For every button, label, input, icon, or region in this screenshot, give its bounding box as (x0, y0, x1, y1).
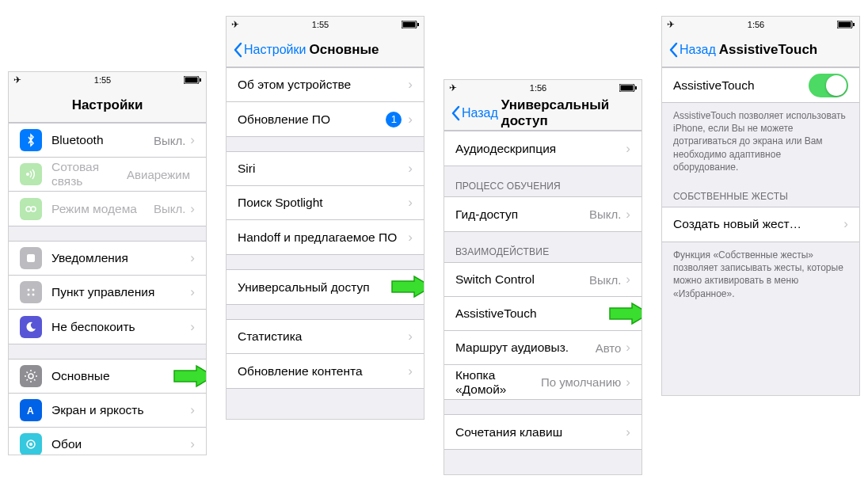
group-header-interaction: ВЗАИМОДЕЙСТВИЕ (444, 232, 641, 262)
chevron-right-icon: › (408, 77, 413, 93)
nav-bar: Настройки (9, 88, 206, 123)
svg-point-7 (28, 289, 30, 291)
airplane-icon: ✈ (231, 19, 239, 30)
row-spotlight[interactable]: Поиск Spotlight › (227, 186, 424, 220)
row-siri[interactable]: Siri › (227, 152, 424, 186)
row-background-refresh[interactable]: Обновление контента › (227, 354, 424, 388)
wallpaper-icon (20, 433, 42, 455)
nav-bar: Настройки Основные (227, 32, 424, 67)
chevron-right-icon: › (190, 368, 195, 384)
nav-title: Настройки (9, 97, 206, 113)
label: Обновление контента (238, 364, 408, 379)
hotspot-icon (20, 198, 42, 220)
row-cellular[interactable]: Сотовая связь Авиарежим (9, 158, 206, 192)
detail: Выкл. (589, 207, 621, 221)
svg-rect-17 (417, 23, 419, 26)
row-assistive-touch[interactable]: AssistiveTouch › (444, 297, 641, 331)
row-display[interactable]: A Экран и яркость › (9, 394, 206, 428)
svg-point-9 (28, 294, 30, 296)
svg-point-14 (29, 443, 32, 446)
nav-bar: Назад AssistiveTouch (662, 32, 859, 67)
chevron-right-icon: › (408, 112, 413, 127)
row-home-button[interactable]: Кнопка «Домой» По умолчанию › (444, 365, 641, 399)
airplane-icon: ✈ (13, 74, 21, 86)
svg-rect-22 (838, 22, 851, 28)
gear-icon (20, 365, 42, 387)
chevron-right-icon: › (190, 319, 195, 335)
row-guided-access[interactable]: Гид-доступ Выкл. › (444, 197, 641, 231)
nav-title: AssistiveTouch (719, 42, 853, 58)
label: Кнопка «Домой» (455, 368, 541, 397)
svg-rect-6 (27, 254, 35, 262)
row-bluetooth[interactable]: Bluetooth Выкл. › (9, 124, 206, 158)
label: Универсальный доступ (238, 280, 408, 295)
svg-rect-19 (620, 86, 633, 91)
group-header-learning: ПРОЦЕСС ОБУЧЕНИЯ (444, 166, 641, 196)
detail: Выкл. (154, 202, 185, 215)
row-about[interactable]: Об этом устройстве › (227, 68, 424, 102)
label: Основные (51, 369, 190, 383)
chevron-right-icon: › (190, 284, 195, 300)
status-time: 1:55 (312, 20, 329, 29)
row-shortcut[interactable]: Сочетания клавиш › (444, 415, 641, 449)
row-software-update[interactable]: Обновление ПО 1 › (227, 102, 424, 136)
chevron-left-icon (668, 42, 678, 58)
row-handoff[interactable]: Handoff и предлагаемое ПО › (227, 220, 424, 254)
chevron-right-icon: › (626, 424, 630, 440)
row-dnd[interactable]: Не беспокоить › (9, 310, 206, 344)
row-audio-route[interactable]: Маршрут аудиовыз. Авто › (444, 331, 641, 365)
nav-back-label: Настройки (244, 43, 306, 57)
nav-back-button[interactable]: Назад (668, 42, 716, 58)
chevron-left-icon (451, 105, 460, 121)
status-time: 1:55 (94, 75, 111, 85)
chevron-right-icon: › (190, 132, 195, 148)
label: Обновление ПО (238, 112, 386, 127)
battery-icon (619, 84, 637, 92)
nav-back-button[interactable]: Настройки (233, 42, 306, 58)
label: Bluetooth (51, 133, 154, 147)
row-assistive-toggle[interactable]: AssistiveTouch (662, 68, 859, 102)
screen-accessibility: ✈ 1:56 Назад Универсальный доступ Аудиод… (444, 79, 642, 475)
row-usage[interactable]: Статистика › (227, 320, 424, 354)
row-accessibility[interactable]: Универсальный доступ › (227, 270, 424, 304)
row-switch-control[interactable]: Switch Control Выкл. › (444, 263, 641, 297)
detail: Авиарежим (127, 168, 190, 181)
svg-rect-20 (635, 86, 637, 89)
svg-rect-23 (853, 23, 855, 26)
bluetooth-icon (20, 129, 42, 151)
row-notifications[interactable]: Уведомления › (9, 242, 206, 276)
update-badge: 1 (386, 112, 402, 127)
chevron-right-icon: › (408, 161, 413, 177)
airplane-icon: ✈ (449, 82, 457, 93)
chevron-right-icon: › (843, 216, 848, 232)
label: Handoff и предлагаемое ПО (238, 230, 408, 245)
dnd-icon (20, 316, 42, 338)
chevron-right-icon: › (408, 363, 413, 379)
screen-settings: ✈ 1:55 Настройки Bluetooth Выкл. › Сотов… (8, 71, 207, 455)
control-center-icon (20, 281, 42, 303)
airplane-icon: ✈ (667, 19, 675, 30)
svg-point-10 (32, 294, 35, 296)
label: Статистика (238, 329, 408, 344)
label: Аудиодескрипция (455, 142, 626, 156)
label: Пункт управления (51, 285, 190, 299)
svg-point-8 (32, 289, 35, 291)
detail: Выкл. (154, 134, 185, 147)
row-general[interactable]: Основные › (9, 360, 206, 394)
label: Siri (238, 162, 408, 176)
nav-back-button[interactable]: Назад (451, 105, 498, 121)
label: Обои (51, 437, 190, 451)
chevron-right-icon: › (626, 340, 630, 356)
row-wallpaper[interactable]: Обои › (9, 428, 206, 455)
row-audio-description[interactable]: Аудиодескрипция › (444, 131, 641, 166)
toggle-switch[interactable] (809, 74, 848, 97)
svg-point-3 (26, 173, 29, 176)
label: Switch Control (455, 272, 589, 287)
row-control-center[interactable]: Пункт управления › (9, 276, 206, 310)
row-hotspot[interactable]: Режим модема Выкл. › (9, 192, 206, 226)
chevron-right-icon: › (626, 272, 630, 287)
row-new-gesture[interactable]: Создать новый жест… › (662, 207, 859, 242)
chevron-left-icon (233, 42, 242, 58)
chevron-right-icon: › (626, 306, 630, 321)
label: AssistiveTouch (673, 78, 809, 93)
